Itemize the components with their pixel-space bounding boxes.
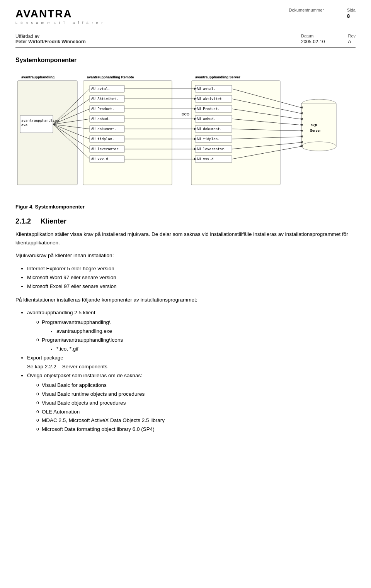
- system-diagram: avantraupphandling avantraupphandling. e…: [15, 69, 356, 198]
- svg-text:AU anbud.: AU anbud.: [91, 117, 110, 121]
- svg-text:SQL: SQL: [311, 123, 318, 127]
- date-label: Datum: [301, 34, 325, 38]
- section-2-1-2-heading: 2.1.2 Klienter: [15, 217, 356, 225]
- svg-point-69: [301, 142, 336, 151]
- sub-sub-item: *.ico, *.gif: [51, 345, 356, 354]
- rev-label: Rev: [348, 34, 356, 38]
- list-item: Microsoft Word 97 eller senare version: [27, 273, 356, 282]
- sub-list-item: Program\avantraupphandling\ avantrauppha…: [36, 318, 356, 336]
- export-sub: Se kap 2.2.2 – Server components: [27, 364, 107, 369]
- svg-text:avantraupphandling.: avantraupphandling.: [21, 119, 61, 122]
- header-right: Dokumentnummer Sida 8: [289, 8, 356, 19]
- logo: AVANTRA: [15, 8, 104, 20]
- svg-text:AU leverantor: AU leverantor: [91, 147, 119, 151]
- mjukvaru-list: Internet Explorer 5 eller högre version …: [27, 264, 356, 291]
- svg-text:AU Aktivitet.: AU Aktivitet.: [91, 97, 118, 101]
- svg-text:AU Product.: AU Product.: [197, 107, 220, 111]
- svg-text:AU dokument.: AU dokument.: [197, 127, 222, 131]
- issued-by-section: Utfärdad av Peter Wirtoft/Fredrik Winneb…: [15, 34, 86, 44]
- section-num: 2.1.2: [15, 217, 33, 225]
- issued-by-value: Peter Wirtoft/Fredrik Winneborn: [15, 39, 86, 44]
- para3: På klientstationer installeras följande …: [15, 296, 356, 304]
- logo-slogan: L ö n s a m m a I T - a f f ä r e r: [15, 21, 104, 25]
- svg-text:AU aktivitet: AU aktivitet: [197, 97, 222, 101]
- header: AVANTRA L ö n s a m m a I T - a f f ä r …: [15, 8, 356, 28]
- svg-text:AU anbud.: AU anbud.: [197, 117, 216, 121]
- para1: Klientapplikation ställer vissa krav på …: [15, 230, 356, 247]
- rev-col: Rev A: [348, 34, 356, 44]
- para2-title: Mjukvarukrav på klienter innan installat…: [15, 251, 356, 260]
- list-item-klient: avantraupphandling 2.5 klient Program\av…: [27, 308, 356, 354]
- header-bottom: Utfärdad av Peter Wirtoft/Fredrik Winneb…: [15, 31, 356, 47]
- page-value: 8: [347, 13, 356, 19]
- doc-num-label: Dokumentnummer: [289, 8, 323, 12]
- systemkomponenter-title: Systemkomponenter: [15, 57, 356, 64]
- list-item-ovriga: Övriga objektpaket som installeras om de…: [27, 371, 356, 434]
- date-rev-section: Datum 2005-02-10 Rev A: [301, 34, 356, 44]
- page-col: Sida 8: [347, 8, 356, 19]
- sub-sub-list: avantraupphandling.exe: [51, 327, 356, 336]
- svg-text:AU tidplan.: AU tidplan.: [197, 137, 220, 141]
- svg-text:avantraupphandling Server: avantraupphandling Server: [195, 75, 240, 79]
- sub-list-item: Program\avantraupphandling\Icons *.ico, …: [36, 336, 356, 354]
- sub-sub-list2: *.ico, *.gif: [51, 345, 356, 354]
- svg-text:AU avtal.: AU avtal.: [197, 87, 216, 91]
- svg-text:AU xxx.d: AU xxx.d: [197, 157, 213, 161]
- ovriga-sub-list: Visual Basic for applications Visual Bas…: [36, 381, 356, 434]
- sub-list-item: Visual Basic objects and procedures: [36, 399, 356, 408]
- section-name: Klienter: [41, 217, 66, 225]
- doc-num-col: Dokumentnummer: [289, 8, 323, 19]
- page-label: Sida: [347, 8, 356, 12]
- svg-text:exe: exe: [21, 123, 27, 127]
- diagram-svg: avantraupphandling avantraupphandling. e…: [15, 69, 356, 197]
- rev-value: A: [348, 39, 356, 44]
- sub-list-item: MDAC 2.5, Microsoft ActiveX Data Objects…: [36, 416, 356, 425]
- date-value: 2005-02-10: [301, 39, 325, 44]
- svg-text:avantraupphandling: avantraupphandling: [21, 75, 54, 79]
- sub-list-item: OLE Automation: [36, 408, 356, 417]
- svg-text:AU leverantor.: AU leverantor.: [197, 147, 226, 151]
- date-col: Datum 2005-02-10: [301, 34, 325, 44]
- logo-area: AVANTRA L ö n s a m m a I T - a f f ä r …: [15, 8, 104, 25]
- issued-by-label: Utfärdad av: [15, 34, 39, 39]
- svg-text:DCO: DCO: [182, 112, 189, 116]
- svg-rect-68: [301, 104, 336, 146]
- list-item: Microsoft Excel 97 eller senare version: [27, 282, 356, 291]
- sub-list-item: Visual Basic runtime objects and procedu…: [36, 390, 356, 399]
- figure-caption: Figur 4. Systemkomponenter: [15, 204, 356, 210]
- sub-sub-item: avantraupphandling.exe: [51, 327, 356, 336]
- installera-list: avantraupphandling 2.5 klient Program\av…: [27, 308, 356, 434]
- sub-list-item: Visual Basic for applications: [36, 381, 356, 390]
- svg-text:AU Product.: AU Product.: [91, 107, 114, 111]
- sub-list-item: Microsoft Data formatting object library…: [36, 425, 356, 434]
- klient-sub-list: Program\avantraupphandling\ avantrauppha…: [36, 318, 356, 354]
- svg-text:Server: Server: [310, 129, 321, 132]
- svg-text:AU avtal.: AU avtal.: [91, 87, 110, 91]
- svg-text:AU dokument.: AU dokument.: [91, 127, 116, 131]
- svg-text:AU tidplan.: AU tidplan.: [91, 137, 114, 141]
- list-item: Internet Explorer 5 eller högre version: [27, 264, 356, 273]
- svg-text:AU xxx.d: AU xxx.d: [91, 157, 108, 161]
- list-item-export: Export package Se kap 2.2.2 – Server com…: [27, 354, 356, 371]
- svg-text:avantraupphandling Remote: avantraupphandling Remote: [87, 75, 134, 79]
